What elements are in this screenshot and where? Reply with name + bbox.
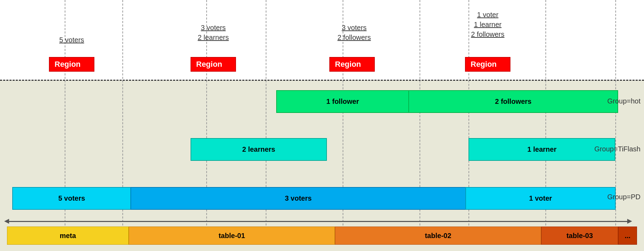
annotation-region2: 3 voters2 learners	[185, 23, 241, 42]
region-box-2: Region	[191, 57, 236, 72]
timeline-arrow	[7, 221, 629, 222]
group-hot-label: Group=hot	[607, 97, 641, 105]
pd-bar-1: 5 voters	[12, 187, 131, 210]
annotation-region4: 1 voter1 learner2 followers	[458, 10, 517, 39]
tiflash-bar-2: 1 learner	[468, 138, 615, 161]
timeline-seg-table03: table-03	[541, 227, 618, 245]
region-box-3: Region	[329, 57, 375, 72]
timeline-seg-ellipsis: ...	[618, 227, 637, 245]
hot-bar-1: 1 follower	[276, 90, 409, 113]
group-tiflash-label: Group=TiFlash	[594, 145, 641, 153]
pd-bar-3: 1 voter	[465, 187, 616, 210]
diagram-container: 5 voters Region 3 voters2 learners Regio…	[0, 0, 644, 251]
annotation-region1: 5 voters	[45, 35, 98, 45]
region-box-4: Region	[465, 57, 510, 72]
dashed-line	[0, 80, 644, 81]
region-box-1: Region	[49, 57, 94, 72]
group-pd-label: Group=PD	[607, 193, 641, 201]
tiflash-bar-1: 2 learners	[191, 138, 327, 161]
timeline-seg-meta: meta	[7, 227, 129, 245]
hot-bar-2: 2 followers	[408, 90, 618, 113]
timeline-seg-table02: table-02	[335, 227, 541, 245]
timeline-seg-table01: table-01	[129, 227, 335, 245]
annotation-region3: 3 voters2 followers	[324, 23, 384, 42]
pd-bar-2: 3 voters	[130, 187, 466, 210]
